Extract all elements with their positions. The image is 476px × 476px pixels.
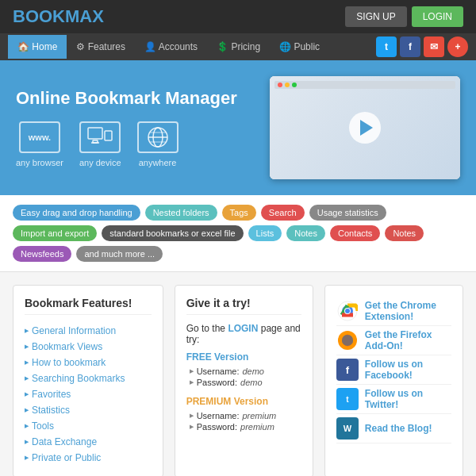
login-button[interactable]: LOGIN	[412, 6, 463, 27]
link-tools[interactable]: Tools	[25, 420, 152, 432]
site-header: BOOKMAX SIGN UP LOGIN	[0, 0, 476, 33]
email-button[interactable]: ✉	[424, 36, 444, 57]
login-link[interactable]: LOGIN	[228, 323, 258, 334]
try-intro: Go to the LOGIN page and try:	[186, 323, 301, 345]
hero-title: Online Bookmark Manager	[16, 88, 254, 109]
premium-username-value: premium	[242, 411, 276, 420]
nav-item-pricing[interactable]: 💲 Pricing	[207, 35, 270, 59]
signup-button[interactable]: SIGN UP	[345, 6, 406, 27]
tag-search[interactable]: Search	[261, 205, 305, 221]
link-searching[interactable]: Searching Bookmarks	[25, 373, 152, 384]
browser-icon-box: www.	[19, 121, 60, 153]
anywhere-label: anywhere	[139, 158, 177, 167]
tag-tags[interactable]: Tags	[222, 205, 256, 221]
facebook-social-item: f Follow us on Facebook!	[336, 355, 451, 385]
free-username: Username: demo	[190, 366, 301, 377]
main-content: Bookmark Features! General Information B…	[0, 272, 476, 476]
hero-section: Online Bookmark Manager www. any browser…	[0, 60, 476, 195]
link-bookmark-views[interactable]: Bookmark Views	[25, 341, 152, 352]
main-nav: 🏠 Home ⚙ Features 👤 Accounts 💲 Pricing 🌐…	[0, 33, 476, 60]
device-label: any device	[79, 158, 121, 167]
premium-version-label: PREMIUM Version	[186, 396, 301, 407]
nav-item-public[interactable]: 🌐 Public	[270, 35, 329, 59]
premium-username: Username: premium	[190, 410, 301, 421]
tag-nested-folders[interactable]: Nested folders	[145, 205, 217, 221]
premium-password-value: premium	[240, 422, 274, 432]
svg-point-12	[345, 309, 350, 313]
logo-accent: X	[92, 6, 104, 26]
tag-standard-bookmarks[interactable]: standard bookmarks or excel file	[102, 225, 243, 241]
nav-item-home[interactable]: 🏠 Home	[8, 35, 67, 59]
svg-rect-1	[105, 131, 112, 140]
features-panel-title: Bookmark Features!	[25, 297, 152, 315]
hero-icon-anywhere: anywhere	[137, 121, 178, 167]
facebook-icon: f	[336, 359, 359, 381]
hero-video[interactable]	[270, 76, 460, 179]
link-data-exchange[interactable]: Data Exchange	[25, 436, 152, 447]
hero-icon-device: any device	[79, 121, 121, 167]
tag-notes-2[interactable]: Notes	[385, 225, 424, 241]
free-password: Password: demo	[190, 377, 301, 388]
premium-password: Password: premium	[190, 421, 301, 432]
list-item: Favorites	[25, 386, 152, 402]
firefox-ext-link[interactable]: Get the Firefox Add-On!	[365, 329, 451, 351]
try-panel-title: Give it a try!	[186, 297, 301, 315]
tumblr-button[interactable]: t	[376, 36, 397, 57]
features-list: General Information Bookmark Views How t…	[25, 323, 152, 466]
extensions-list: Get the Chrome Extension! Get the Firefo…	[336, 297, 451, 443]
link-private-public[interactable]: Private or Public	[25, 452, 152, 463]
list-item: General Information	[25, 323, 152, 339]
tag-import-export[interactable]: Import and export	[13, 225, 97, 241]
chrome-ext-item: Get the Chrome Extension!	[336, 297, 451, 326]
extensions-panel: Get the Chrome Extension! Get the Firefo…	[324, 285, 463, 476]
logo: BOOKMAX	[13, 6, 104, 27]
firefox-icon	[336, 329, 359, 351]
tag-newsfeeds[interactable]: Newsfeeds	[13, 246, 71, 262]
wordpress-icon: W	[336, 417, 359, 440]
hero-icon-browser: www. any browser	[16, 121, 63, 167]
premium-creds: Username: premium Password: premium	[190, 410, 301, 432]
tag-notes-1[interactable]: Notes	[286, 225, 325, 241]
twitter-social-item: t Follow us on Twitter!	[336, 385, 451, 414]
video-thumbnail	[270, 76, 460, 179]
list-item: Private or Public	[25, 450, 152, 466]
list-item: Data Exchange	[25, 434, 152, 450]
blog-item: W Read the Blog!	[336, 414, 451, 443]
free-password-value: demo	[240, 378, 263, 387]
facebook-button[interactable]: f	[400, 36, 420, 57]
browser-label: any browser	[16, 158, 63, 167]
tag-lists[interactable]: Lists	[248, 225, 282, 241]
chrome-icon	[336, 300, 359, 322]
tag-contacts[interactable]: Contacts	[330, 225, 380, 241]
link-favorites[interactable]: Favorites	[25, 389, 152, 400]
play-button[interactable]	[349, 112, 381, 144]
facebook-link[interactable]: Follow us on Facebook!	[365, 359, 451, 381]
googleplus-button[interactable]: +	[447, 36, 468, 57]
social-links: t f ✉ +	[376, 33, 468, 60]
header-buttons: SIGN UP LOGIN	[345, 6, 463, 27]
list-item: Statistics	[25, 402, 152, 418]
device-icon-box	[79, 121, 121, 153]
link-statistics[interactable]: Statistics	[25, 405, 152, 416]
list-item: How to bookmark	[25, 355, 152, 370]
anywhere-icon-box	[137, 121, 178, 153]
tag-drag-drop[interactable]: Easy drag and drop handling	[13, 205, 140, 221]
free-creds: Username: demo Password: demo	[190, 366, 301, 388]
blog-link[interactable]: Read the Blog!	[365, 423, 432, 434]
chrome-ext-link[interactable]: Get the Chrome Extension!	[365, 300, 451, 322]
link-how-to-bookmark[interactable]: How to bookmark	[25, 357, 152, 368]
play-triangle-icon	[360, 120, 373, 136]
features-bar: Easy drag and drop handling Nested folde…	[0, 195, 476, 272]
features-panel: Bookmark Features! General Information B…	[13, 285, 163, 476]
tag-more[interactable]: and much more ...	[76, 246, 163, 262]
try-panel: Give it a try! Go to the LOGIN page and …	[175, 285, 313, 476]
free-username-value: demo	[242, 367, 264, 376]
logo-main: BOOKMA	[13, 6, 92, 26]
tag-usage-stats[interactable]: Usage statistics	[309, 205, 386, 221]
hero-icons: www. any browser any device	[16, 121, 254, 167]
nav-item-features[interactable]: ⚙ Features	[67, 35, 135, 59]
list-item: Bookmark Views	[25, 339, 152, 355]
nav-item-accounts[interactable]: 👤 Accounts	[135, 35, 207, 59]
twitter-link[interactable]: Follow us on Twitter!	[365, 388, 451, 410]
link-general-info[interactable]: General Information	[25, 325, 152, 336]
